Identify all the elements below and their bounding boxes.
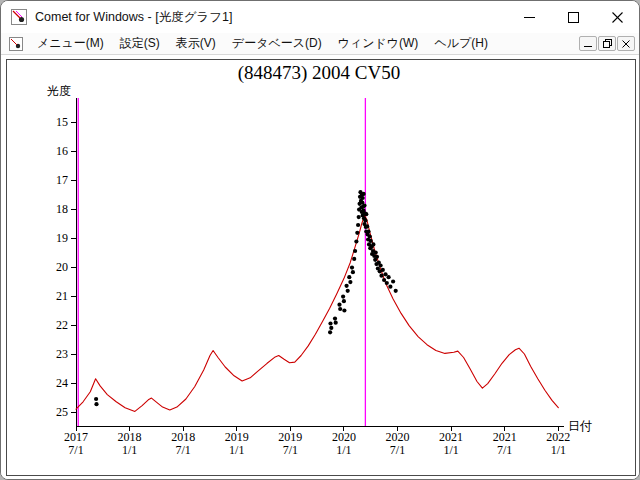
menu-item-view[interactable]: 表示(V) bbox=[168, 33, 224, 54]
menu-item-menu[interactable]: メニュー(M) bbox=[29, 33, 112, 54]
close-button[interactable] bbox=[595, 1, 639, 33]
menu-item-settings[interactable]: 設定(S) bbox=[112, 33, 168, 54]
menu-item-window[interactable]: ウィンドウ(W) bbox=[330, 33, 427, 54]
maximize-button[interactable] bbox=[551, 1, 595, 33]
minimize-icon bbox=[524, 12, 535, 23]
app-window: Comet for Windows - [光度グラフ1] メニュー(M) 設定(… bbox=[0, 0, 640, 480]
chart-canvas-frame bbox=[6, 59, 636, 476]
child-minimize-button[interactable] bbox=[579, 36, 597, 51]
window-title: Comet for Windows - [光度グラフ1] bbox=[35, 9, 232, 26]
maximize-icon bbox=[568, 12, 579, 23]
child-restore-button[interactable] bbox=[598, 36, 616, 51]
child-window-icon bbox=[9, 37, 23, 51]
menu-item-help[interactable]: ヘルプ(H) bbox=[426, 33, 496, 54]
menubar: メニュー(M) 設定(S) 表示(V) データベース(D) ウィンドウ(W) ヘ… bbox=[1, 33, 639, 55]
app-icon bbox=[11, 9, 27, 25]
child-restore-icon bbox=[603, 39, 612, 48]
titlebar[interactable]: Comet for Windows - [光度グラフ1] bbox=[1, 1, 639, 33]
menu-item-database[interactable]: データベース(D) bbox=[224, 33, 330, 54]
minimize-button[interactable] bbox=[507, 1, 551, 33]
child-minimize-icon bbox=[584, 40, 592, 48]
child-close-icon bbox=[622, 40, 630, 48]
child-close-button[interactable] bbox=[617, 36, 635, 51]
client-area bbox=[1, 55, 640, 480]
close-icon bbox=[612, 12, 623, 23]
